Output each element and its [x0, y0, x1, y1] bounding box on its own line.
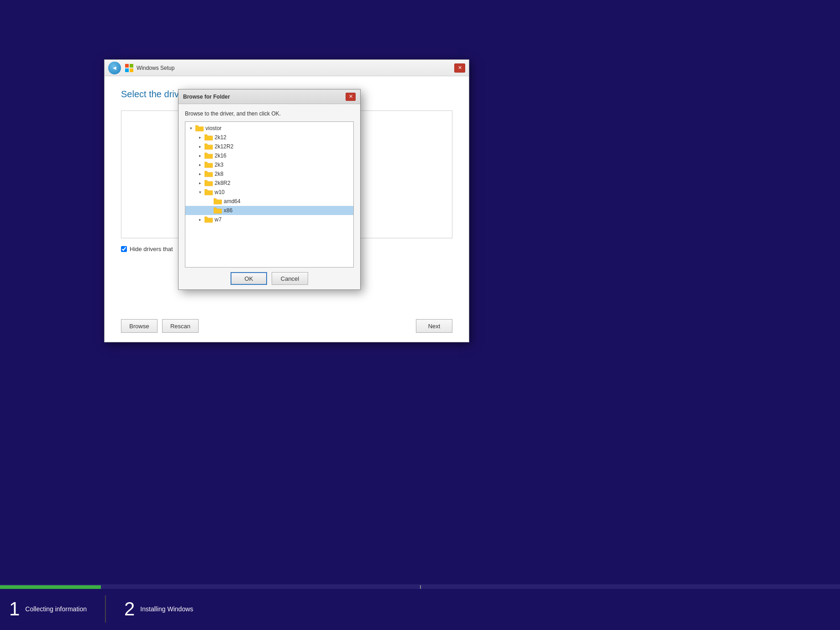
close-button[interactable]: ✕ [454, 63, 465, 73]
title-bar: Windows Setup ✕ [105, 60, 469, 76]
svg-marker-4 [195, 126, 204, 131]
browse-title-bar: Browse for Folder ✕ [178, 89, 360, 104]
taskbar: 1 Collecting information 2 Installing Wi… [0, 584, 840, 630]
chevron-2k12R2 [196, 143, 204, 150]
tree-label-w7: w7 [215, 216, 221, 223]
svg-marker-8 [205, 162, 213, 168]
folder-icon-2k8R2 [205, 179, 213, 187]
tree-item-w7[interactable]: w7 [185, 215, 353, 224]
hide-drivers-label: Hide drivers that [130, 246, 173, 252]
folder-icon-w7 [205, 216, 213, 223]
tree-item-amd64[interactable]: amd64 [185, 197, 353, 206]
step-2-number: 2 [124, 599, 135, 619]
browse-dialog-buttons: OK Cancel [185, 268, 354, 285]
tree-label-viostor: viostor [205, 125, 221, 131]
back-button[interactable] [108, 62, 121, 74]
step-divider [105, 595, 106, 623]
svg-rect-1 [130, 64, 133, 68]
chevron-2k16 [196, 152, 204, 159]
svg-rect-2 [125, 68, 129, 72]
tree-item-viostor[interactable]: viostor [185, 124, 353, 133]
tree-item-w10[interactable]: w10 [185, 188, 353, 197]
chevron-w7 [196, 216, 204, 223]
svg-marker-6 [205, 144, 213, 150]
bottom-buttons: Browse Rescan Next [121, 319, 452, 333]
windows-logo-icon [125, 63, 134, 73]
tree-item-2k12[interactable]: 2k12 [185, 133, 353, 142]
svg-marker-7 [205, 153, 213, 159]
ok-button[interactable]: OK [231, 272, 267, 285]
folder-icon-2k8 [205, 170, 213, 178]
tree-item-2k16[interactable]: 2k16 [185, 151, 353, 160]
tree-item-x86[interactable]: x86 [185, 206, 353, 215]
svg-marker-14 [205, 217, 213, 223]
svg-marker-11 [205, 189, 213, 195]
chevron-2k8R2 [196, 179, 204, 187]
tree-item-2k12R2[interactable]: 2k12R2 [185, 142, 353, 151]
hide-drivers-checkbox[interactable] [121, 246, 127, 252]
tree-item-2k3[interactable]: 2k3 [185, 160, 353, 169]
chevron-2k8 [196, 170, 204, 178]
browse-dialog: Browse for Folder ✕ Browse to the driver… [178, 89, 361, 290]
svg-marker-5 [205, 135, 213, 141]
svg-marker-9 [205, 171, 213, 177]
next-button[interactable]: Next [416, 319, 452, 333]
browse-button[interactable]: Browse [121, 319, 158, 333]
folder-icon-2k12R2 [205, 143, 213, 150]
browse-instruction: Browse to the driver, and then click OK. [185, 110, 354, 117]
browse-dialog-title: Browse for Folder [183, 94, 346, 100]
step-2: 2 Installing Windows [124, 599, 193, 619]
tree-label-2k16: 2k16 [215, 152, 226, 159]
folder-icon-amd64 [214, 198, 222, 205]
svg-marker-13 [214, 208, 222, 214]
step-1: 1 Collecting information [9, 599, 87, 619]
left-buttons: Browse Rescan [121, 319, 199, 333]
folder-tree[interactable]: viostor 2k12 2k12R2 [185, 121, 354, 268]
chevron-2k12 [196, 134, 204, 141]
svg-marker-12 [214, 199, 222, 205]
tree-label-w10: w10 [215, 189, 225, 195]
folder-icon-x86 [214, 207, 222, 214]
folder-icon-2k3 [205, 161, 213, 168]
folder-icon-2k16 [205, 152, 213, 159]
tree-label-2k8: 2k8 [215, 171, 223, 177]
step-1-label: Collecting information [25, 605, 87, 613]
tree-item-2k8R2[interactable]: 2k8R2 [185, 178, 353, 188]
step-1-number: 1 [9, 599, 20, 619]
browse-content: Browse to the driver, and then click OK.… [178, 104, 360, 289]
chevron-x86 [205, 207, 213, 214]
cancel-button[interactable]: Cancel [272, 272, 308, 285]
svg-marker-10 [205, 180, 213, 186]
tree-label-amd64: amd64 [224, 198, 241, 205]
tree-label-2k12R2: 2k12R2 [215, 143, 233, 150]
svg-rect-3 [130, 68, 133, 72]
browse-close-button[interactable]: ✕ [346, 93, 356, 101]
chevron-amd64 [205, 198, 213, 205]
tree-label-2k12: 2k12 [215, 134, 226, 141]
steps-container: 1 Collecting information 2 Installing Wi… [0, 588, 840, 630]
tree-label-2k3: 2k3 [215, 162, 223, 168]
tree-item-2k8[interactable]: 2k8 [185, 169, 353, 178]
folder-icon-2k12 [205, 134, 213, 141]
folder-icon-w10 [205, 189, 213, 196]
tree-label-2k8R2: 2k8R2 [215, 180, 231, 186]
rescan-button[interactable]: Rescan [162, 319, 199, 333]
tree-label-x86: x86 [224, 207, 232, 214]
folder-icon-viostor [195, 125, 204, 132]
chevron-2k3 [196, 161, 204, 168]
window-title: Windows Setup [136, 65, 454, 71]
chevron-viostor [187, 125, 194, 132]
chevron-w10 [196, 189, 204, 196]
svg-rect-0 [125, 64, 129, 68]
step-2-label: Installing Windows [140, 605, 193, 613]
